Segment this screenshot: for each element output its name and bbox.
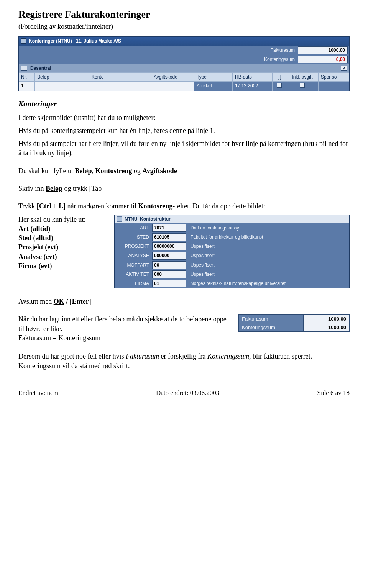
cell-spor (319, 82, 349, 90)
field-desc: Uspesifisert (186, 271, 347, 277)
form-row-aktivitet: AKTIVITET 000 Uspesifisert (115, 270, 349, 279)
field-label: STED (117, 234, 152, 240)
section-heading: Konteringer (18, 99, 350, 109)
form-row-sted: STED 610105 Fakultet for arkitektur og b… (115, 233, 349, 242)
field-label: PROSJEKT (117, 243, 152, 249)
firma-input[interactable]: 01 (152, 280, 186, 287)
cell-belop[interactable] (35, 82, 89, 90)
window-titlebar: NTNU_Kontostruktur (115, 215, 349, 223)
paragraph: Dersom du har gjort noe feil eller hvis … (18, 352, 350, 370)
table-row[interactable]: 1 Artikkel 17.12.2002 (19, 81, 349, 90)
col-spor: Spor so (319, 73, 349, 81)
paragraph: Hvis du på konteringsstempelet kun har é… (18, 126, 350, 135)
page-subtitle: (Fordeling av kostnader/inntekter) (18, 22, 350, 31)
form-row-motpart: MOTPART 00 Uspesifisert (115, 260, 349, 270)
cell-bracket[interactable] (273, 82, 286, 90)
field-desc: Norges teknisk- naturvitenskapelige univ… (186, 280, 347, 287)
footer-date: Dato endret: 03.06.2003 (156, 389, 219, 398)
field-desc: Uspesifisert (186, 252, 347, 259)
fakturasum-label: Fakturasum (271, 47, 295, 53)
paragraph: Du skal kun fylle ut Beløp, Kontostreng … (18, 166, 350, 175)
window-titlebar: Konteringer (NTNU) - 11, Julius Maske A/… (19, 37, 349, 45)
prosjekt-input[interactable]: 00000000 (152, 242, 186, 250)
sum-compare-box: Fakturasum 1000,00 Konteringssum 1000,00 (238, 314, 350, 332)
fakturasum-value: 1000,00 (298, 46, 348, 54)
aktivitet-input[interactable]: 000 (152, 270, 186, 278)
table-header-row: Nr. Beløp Konto Avgiftskode Type HB-dato… (19, 72, 349, 81)
field-label: MOTPART (117, 262, 152, 268)
page-title: Registrere Fakturakonteringer (18, 8, 350, 21)
col-bracket: [ ] (273, 73, 286, 81)
paragraph: I dette skjermbildet (utsnitt) har du to… (18, 113, 350, 122)
group-checkbox[interactable]: ✔ (341, 66, 347, 71)
konteringssum-label: Konteringssum (239, 323, 303, 332)
footer-author: Endret av: ncm (18, 389, 58, 398)
field-desc: Uspesifisert (186, 262, 347, 268)
col-nr: Nr. (19, 73, 35, 81)
cell-konto[interactable] (89, 82, 151, 90)
sted-input[interactable]: 610105 (152, 233, 186, 241)
window-title: Konteringer (NTNU) - 11, Julius Maske A/… (29, 38, 121, 44)
konteringssum-value: 0,00 (298, 56, 348, 63)
col-type: Type (194, 73, 233, 81)
sum-row: Fakturasum 1000,00 (239, 315, 349, 323)
paragraph: Skriv inn Beløp og trykk [Tab] (18, 184, 350, 193)
field-label: ANALYSE (117, 252, 152, 259)
cell-type: Artikkel (194, 82, 233, 90)
group-header[interactable]: Desentral ✔ (19, 64, 349, 72)
app-icon (117, 216, 122, 222)
col-konto: Konto (89, 73, 151, 81)
field-label: ART (117, 225, 152, 231)
konteringssum-value: 1000,00 (303, 323, 349, 332)
konteringssum-label: Konteringssum (264, 56, 295, 62)
window-title: NTNU_Kontostruktur (125, 216, 171, 222)
field-label: FIRMA (117, 280, 152, 287)
app-icon (21, 38, 26, 44)
paragraph: Avslutt med OK / [Enter] (18, 297, 350, 306)
cell-avgiftskode[interactable] (151, 82, 194, 90)
field-label: AKTIVITET (117, 271, 152, 277)
field-desc: Fakultet for arkitektur og billedkunst (186, 234, 347, 240)
col-belop: Beløp (35, 73, 89, 81)
page-footer: Endret av: ncm Dato endret: 03.06.2003 S… (18, 389, 350, 398)
group-icon (21, 66, 27, 71)
paragraph: Når du har lagt inn ett eller flere belø… (18, 314, 229, 342)
col-inklavgift: Inkl. avgift (286, 73, 319, 81)
analyse-input[interactable]: 000000 (152, 252, 186, 259)
group-label: Desentral (30, 65, 51, 71)
fill-instructions: Her skal du kun fylle ut: Art (alltid) S… (18, 215, 107, 271)
cell-hbdato: 17.12.2002 (233, 82, 273, 90)
form-row-prosjekt: PROSJEKT 00000000 Uspesifisert (115, 242, 349, 251)
art-input[interactable]: 7071 (152, 224, 186, 232)
cell-nr[interactable]: 1 (19, 82, 35, 90)
field-desc: Uspesifisert (186, 243, 347, 249)
col-hbdato: HB-dato (233, 73, 273, 81)
fakturasum-label: Fakturasum (239, 315, 303, 323)
fakturasum-value: 1000,00 (303, 315, 349, 323)
col-avgiftskode: Avgiftskode (151, 73, 194, 81)
form-row-art: ART 7071 Drift av forskningsfartøy (115, 223, 349, 233)
cell-inklavgift[interactable] (286, 82, 319, 90)
paragraph: Trykk [Ctrl + L] når markøren kommer til… (18, 201, 350, 211)
form-row-firma: FIRMA 01 Norges teknisk- naturvitenskape… (115, 279, 349, 288)
kontostruktur-window: NTNU_Kontostruktur ART 7071 Drift av for… (114, 215, 350, 289)
form-row-analyse: ANALYSE 000000 Uspesifisert (115, 251, 349, 260)
sum-row: Konteringssum 1000,00 (239, 323, 349, 332)
konteringer-window: Konteringer (NTNU) - 11, Julius Maske A/… (18, 36, 350, 91)
field-desc: Drift av forskningsfartøy (186, 225, 347, 231)
paragraph: Hvis du på stempelet har flere linjer, v… (18, 139, 350, 158)
motpart-input[interactable]: 00 (152, 261, 186, 269)
footer-page: Side 6 av 18 (317, 389, 350, 398)
